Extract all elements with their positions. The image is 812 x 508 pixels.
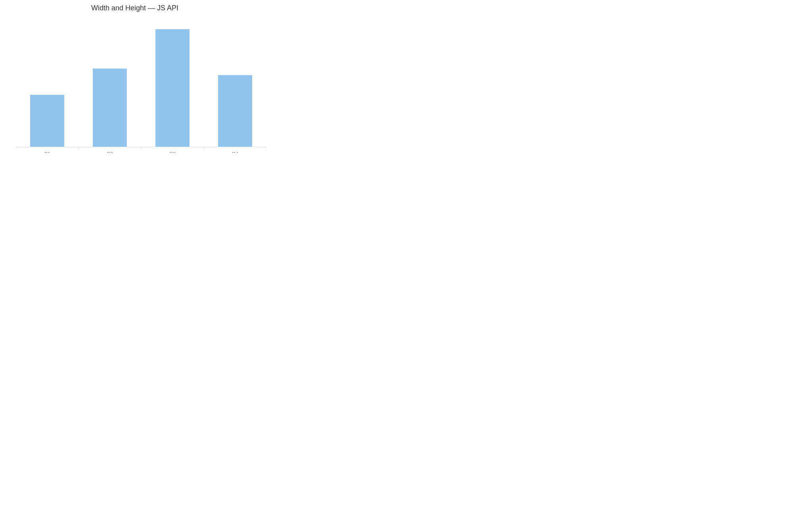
bars-group	[30, 29, 253, 147]
x-axis: Q1Q2Q3Q4	[16, 147, 266, 153]
bar[interactable]	[93, 68, 127, 147]
bar-chart: Width and Height — JS API 05101520 Q1Q2Q…	[0, 0, 270, 159]
bar[interactable]	[30, 94, 65, 147]
x-tick-label: Q1	[44, 151, 50, 153]
x-tick-label: Q2	[107, 151, 113, 153]
bar[interactable]	[155, 29, 190, 147]
chart-plot-area: 05101520 Q1Q2Q3Q4	[16, 16, 266, 153]
chart-title: Width and Height — JS API	[0, 4, 270, 12]
x-tick-label: Q4	[232, 151, 238, 153]
x-tick-label: Q3	[169, 151, 176, 153]
bar[interactable]	[218, 75, 253, 147]
